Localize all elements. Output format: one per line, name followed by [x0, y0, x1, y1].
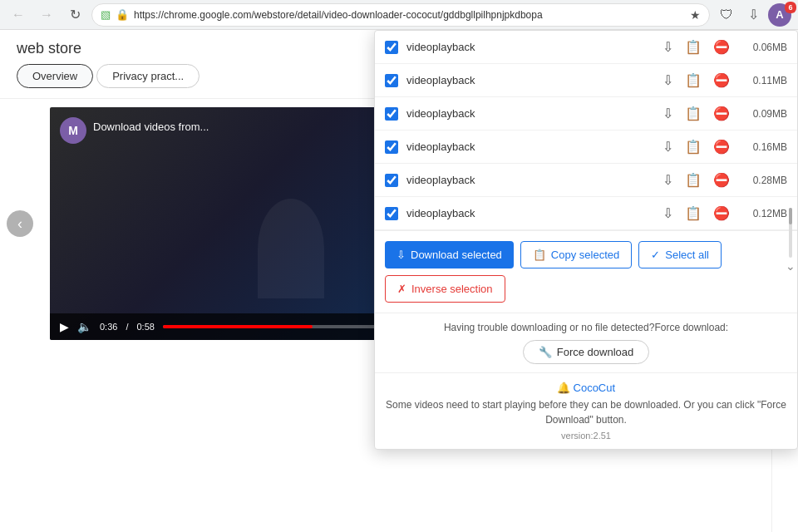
popup-item-2: videoplayback ⇩ 📋 ⛔ 0.11MB: [375, 64, 797, 97]
item-6-copy-btn[interactable]: 📋: [682, 204, 705, 223]
brand-name: 🔔 CocoCut: [385, 382, 787, 394]
item-3-actions: ⇩ 📋 ⛔: [659, 104, 733, 123]
wrench-icon: 🔧: [539, 346, 552, 358]
force-download-section: Having trouble downloading or no file de…: [375, 313, 797, 372]
scroll-down-icon[interactable]: ⌄: [786, 259, 796, 273]
avatar-letter: M: [68, 124, 78, 137]
play-button[interactable]: ▶: [60, 320, 69, 333]
item-6-actions: ⇩ 📋 ⛔: [659, 204, 733, 223]
copy-selected-label: Copy selected: [551, 249, 619, 261]
browser-bar: ← → ↻ ▧ 🔒 https://chrome.google.com/webs…: [0, 0, 798, 30]
lock-icon: 🔒: [116, 8, 129, 21]
item-5-actions: ⇩ 📋 ⛔: [659, 170, 733, 190]
item-6-download-btn[interactable]: ⇩: [659, 204, 677, 223]
tab-privacy[interactable]: Privacy pract...: [96, 64, 200, 88]
item-1-name: videoplayback: [406, 41, 651, 53]
force-download-button[interactable]: 🔧 Force download: [523, 340, 650, 364]
item-4-name: videoplayback: [406, 140, 651, 153]
page-content: web store Overview Privacy pract... ‹ M …: [0, 30, 798, 532]
progress-bar[interactable]: [163, 325, 407, 328]
notification-badge: 6: [785, 2, 796, 13]
item-5-block-btn[interactable]: ⛔: [710, 170, 733, 190]
item-2-name: videoplayback: [406, 74, 651, 86]
video-overlay-title: Download videos from...: [93, 121, 209, 133]
item-2-block-btn[interactable]: ⛔: [710, 71, 733, 90]
popup-footer: 🔔 CocoCut Some videos need to start play…: [375, 372, 797, 449]
item-1-download-btn[interactable]: ⇩: [659, 37, 677, 57]
item-4-block-btn[interactable]: ⛔: [710, 137, 733, 156]
bell-icon: 🔔: [557, 382, 570, 394]
inverse-selection-button[interactable]: ✗ Inverse selection: [385, 275, 505, 303]
prev-arrow[interactable]: ‹: [7, 210, 33, 237]
item-2-checkbox[interactable]: [385, 74, 398, 87]
download-selected-button[interactable]: ⇩ Download selected: [385, 241, 514, 268]
item-4-actions: ⇩ 📋 ⛔: [659, 137, 733, 156]
inverse-selection-label: Inverse selection: [411, 283, 493, 295]
item-5-download-btn[interactable]: ⇩: [659, 170, 677, 190]
item-1-actions: ⇩ 📋 ⛔: [659, 37, 733, 57]
popup-item-6: videoplayback ⇩ 📋 ⛔ 0.12MB: [375, 197, 797, 230]
reload-button[interactable]: ↻: [63, 3, 86, 27]
copy-icon: 📋: [533, 249, 546, 261]
url-text: https://chrome.google.com/webstore/detai…: [134, 9, 685, 21]
item-5-size: 0.28MB: [741, 175, 787, 186]
item-3-checkbox[interactable]: [385, 107, 398, 121]
item-5-copy-btn[interactable]: 📋: [682, 170, 705, 190]
download-icon: ⇩: [397, 249, 406, 261]
item-4-size: 0.16MB: [741, 141, 787, 153]
times-icon: ✗: [397, 283, 406, 295]
select-all-button[interactable]: ✓ Select all: [638, 241, 722, 268]
item-6-block-btn[interactable]: ⛔: [710, 204, 733, 223]
address-bar[interactable]: ▧ 🔒 https://chrome.google.com/webstore/d…: [91, 3, 710, 27]
item-1-block-btn[interactable]: ⛔: [710, 37, 733, 57]
item-6-name: videoplayback: [406, 207, 651, 219]
progress-fill: [163, 325, 313, 328]
item-4-checkbox[interactable]: [385, 140, 398, 154]
forward-button[interactable]: →: [35, 3, 58, 27]
video-overlay-avatar: M: [60, 117, 86, 144]
item-3-copy-btn[interactable]: 📋: [682, 104, 705, 123]
select-all-label: Select all: [665, 249, 709, 261]
item-1-size: 0.06MB: [741, 42, 787, 53]
bookmark-icon[interactable]: ★: [690, 8, 701, 22]
volume-button[interactable]: 🔈: [77, 320, 91, 333]
item-2-download-btn[interactable]: ⇩: [659, 71, 677, 90]
bitwarden-icon[interactable]: 🛡: [715, 3, 738, 27]
force-download-hint: Having trouble downloading or no file de…: [385, 322, 787, 333]
item-2-size: 0.11MB: [741, 75, 787, 86]
item-3-size: 0.09MB: [741, 108, 787, 120]
copy-selected-button[interactable]: 📋 Copy selected: [520, 241, 632, 268]
popup-item-3: videoplayback ⇩ 📋 ⛔ 0.09MB: [375, 97, 797, 131]
profile-avatar[interactable]: A 6: [768, 3, 791, 27]
item-3-download-btn[interactable]: ⇩: [659, 104, 677, 123]
popup-item-1: videoplayback ⇩ 📋 ⛔ 0.06MB: [375, 31, 797, 64]
check-icon: ✓: [651, 249, 660, 261]
item-2-actions: ⇩ 📋 ⛔: [659, 71, 733, 90]
browser-actions: 🛡 ⇩ A 6: [715, 3, 791, 27]
force-download-label: Force download: [557, 346, 634, 358]
item-5-name: videoplayback: [406, 174, 651, 186]
shield-icon: ▧: [101, 8, 111, 21]
time-separator: /: [126, 322, 128, 332]
item-3-block-btn[interactable]: ⛔: [710, 104, 733, 123]
brand-label: CocoCut: [574, 382, 616, 394]
item-2-copy-btn[interactable]: 📋: [682, 71, 705, 90]
extension-popup: videoplayback ⇩ 📋 ⛔ 0.06MB videoplayback…: [374, 30, 798, 450]
item-6-checkbox[interactable]: [385, 207, 398, 220]
download-manager-icon[interactable]: ⇩: [741, 3, 765, 27]
download-selected-label: Download selected: [411, 249, 502, 261]
time-total: 0:58: [136, 322, 154, 332]
item-4-copy-btn[interactable]: 📋: [682, 137, 705, 156]
version-text: version:2.51: [385, 431, 787, 441]
item-5-checkbox[interactable]: [385, 174, 398, 187]
item-3-name: videoplayback: [406, 107, 651, 120]
popup-item-4: videoplayback ⇩ 📋 ⛔ 0.16MB: [375, 131, 797, 164]
item-4-download-btn[interactable]: ⇩: [659, 137, 677, 156]
tab-overview[interactable]: Overview: [17, 64, 93, 88]
back-button[interactable]: ←: [7, 3, 30, 27]
item-1-checkbox[interactable]: [385, 41, 398, 54]
item-1-copy-btn[interactable]: 📋: [682, 37, 705, 57]
footer-description: Some videos need to start playing before…: [385, 397, 787, 427]
item-6-size: 0.12MB: [741, 208, 787, 219]
popup-item-5: videoplayback ⇩ 📋 ⛔ 0.28MB: [375, 164, 797, 197]
